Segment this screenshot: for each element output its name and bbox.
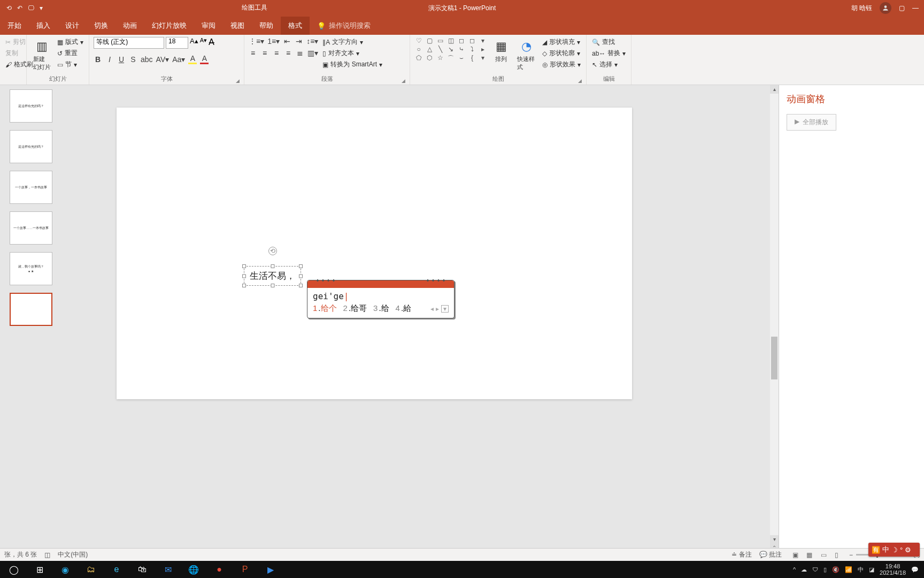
tab-review[interactable]: 审阅 <box>194 17 223 35</box>
tab-home[interactable]: 开始 <box>0 17 29 35</box>
rotation-handle-icon[interactable]: ⟲ <box>268 247 277 255</box>
underline-button[interactable]: U <box>117 55 126 64</box>
ime-candidates[interactable]: 1.给个 2.给哥 3.给 4.給 ◂ ▸ ▾ <box>307 302 454 318</box>
scroll-down-icon[interactable]: ▾ <box>770 535 779 544</box>
tab-insert[interactable]: 插入 <box>29 17 58 35</box>
columns-button[interactable]: ▥▾ <box>307 49 318 57</box>
minimize-icon[interactable]: — <box>912 4 919 12</box>
tab-design[interactable]: 设计 <box>58 17 87 35</box>
scrollbar-thumb[interactable] <box>771 337 777 379</box>
comments-button[interactable]: 💬 批注 <box>759 550 782 559</box>
italic-button[interactable]: I <box>105 55 114 64</box>
find-button[interactable]: 🔍查找 <box>591 37 627 47</box>
notes-button[interactable]: ≐ 备注 <box>732 550 751 559</box>
increase-font-icon[interactable]: A▴ <box>190 37 198 49</box>
slideshow-view-icon[interactable]: ▯ <box>831 551 842 559</box>
quick-styles-button[interactable]: ◔ 快速样式 <box>515 37 538 72</box>
decrease-font-icon[interactable]: A▾ <box>200 37 207 49</box>
font-family-combo[interactable]: 等线 (正文) <box>94 37 164 49</box>
normal-view-icon[interactable]: ▣ <box>789 551 802 559</box>
browser-icon[interactable]: 🌐 <box>182 561 205 578</box>
tab-transition[interactable]: 切换 <box>87 17 116 35</box>
autosave-icon[interactable]: ⟲ <box>6 4 12 12</box>
ie-icon[interactable]: e <box>105 561 128 578</box>
start-button[interactable]: ◯ <box>2 561 26 578</box>
shapes-gallery[interactable]: ♡▢▭◫◻◻▾ ○△╲↘⤷⤵▸ ⬠⬡☆⌒⌣{▾ <box>414 37 487 63</box>
scroll-up-icon[interactable]: ▴ <box>770 85 779 94</box>
arrange-button[interactable]: ▦ 排列 <box>490 37 512 64</box>
store-icon[interactable]: 🛍 <box>130 561 154 578</box>
slide-canvas[interactable]: ▴ ▾ ⌃ ⌄ ⟲ 生活不易， <box>52 85 779 561</box>
section-button[interactable]: ▭节▾ <box>56 59 84 70</box>
ime-candidate-1[interactable]: 1.给个 <box>313 303 337 314</box>
strike-button[interactable]: S <box>129 55 137 64</box>
action-center-icon[interactable]: 💬 <box>911 566 919 573</box>
ime-next-icon[interactable]: ▸ <box>436 305 439 313</box>
tab-animation[interactable]: 动画 <box>116 17 144 35</box>
text-direction-button[interactable]: ‖A文字方向▾ <box>321 37 383 47</box>
tray-app-icon[interactable]: ◪ <box>869 566 874 573</box>
thumbnail-5[interactable]: 就，我个故事吗？● ★ <box>10 252 52 285</box>
numbering-button[interactable]: 1≡▾ <box>267 37 280 45</box>
media-icon[interactable]: ▶ <box>259 561 282 578</box>
new-slide-button[interactable]: ▥ 新建 幻灯片 <box>31 37 53 72</box>
change-case-button[interactable]: Aa▾ <box>172 55 185 64</box>
powerpoint-icon[interactable]: P <box>233 561 257 578</box>
ime-settings-icon[interactable]: ⚙ <box>905 546 911 554</box>
bullets-button[interactable]: ⋮≡▾ <box>249 37 264 45</box>
highlight-button[interactable]: A <box>188 54 197 64</box>
smartart-button[interactable]: ▣转换为 SmartArt▾ <box>321 59 383 70</box>
accessibility-icon[interactable]: ◫ <box>44 551 50 559</box>
taskbar-clock[interactable]: 19:48 2021/4/18 <box>880 563 906 576</box>
reset-button[interactable]: ↺重置 <box>56 48 84 58</box>
vertical-scrollbar[interactable]: ▴ ▾ ⌃ ⌄ <box>770 85 779 561</box>
dialog-launcher-icon[interactable]: ◢ <box>402 78 405 83</box>
undo-icon[interactable]: ↶ <box>17 4 22 12</box>
line-spacing-button[interactable]: ↕≡▾ <box>306 37 318 45</box>
thumbnail-6[interactable] <box>10 293 52 326</box>
redo-icon[interactable]: 🖵 <box>28 4 34 12</box>
bold-button[interactable]: B <box>94 55 102 64</box>
resize-handle[interactable] <box>271 284 274 287</box>
align-left-button[interactable]: ≡ <box>249 49 257 57</box>
replace-button[interactable]: ab↔替换▾ <box>591 48 627 58</box>
thumbnail-4[interactable]: 一个故事……一本书故事 <box>10 211 52 245</box>
language-indicator[interactable]: 中文(中国) <box>58 550 88 559</box>
shape-fill-button[interactable]: ◢形状填充▾ <box>541 37 582 47</box>
indent-button[interactable]: ⇥ <box>295 37 303 45</box>
play-all-button[interactable]: ▶ 全部播放 <box>787 114 836 131</box>
textbox-content[interactable]: 生活不易， <box>250 271 295 281</box>
edge-icon[interactable]: ◉ <box>53 561 77 578</box>
char-spacing-button[interactable]: AV▾ <box>156 55 170 64</box>
align-right-button[interactable]: ≡ <box>272 49 281 57</box>
tell-me-search[interactable]: 💡 操作说明搜索 <box>310 17 378 35</box>
record-icon[interactable]: ● <box>207 561 231 578</box>
dialog-launcher-icon[interactable]: ◢ <box>236 78 240 83</box>
ime-dropdown-icon[interactable]: ▾ <box>441 305 449 313</box>
ime-candidate-3[interactable]: 3.给 <box>373 303 389 314</box>
slide-thumbnails[interactable]: 是这样有光的吗？ 是这样有光的吗？ 一个故事，一本书故事 一个故事……一本书故事… <box>0 85 52 561</box>
reading-view-icon[interactable]: ▭ <box>818 551 830 559</box>
justify-button[interactable]: ≡ <box>284 49 292 57</box>
align-text-button[interactable]: ▯对齐文本▾ <box>321 48 383 58</box>
tray-cloud-icon[interactable]: ☁ <box>801 566 807 573</box>
tab-help[interactable]: 帮助 <box>252 17 281 35</box>
ime-prev-icon[interactable]: ◂ <box>430 305 434 313</box>
thumbnail-1[interactable]: 是这样有光的吗？ <box>10 89 52 123</box>
tab-view[interactable]: 视图 <box>223 17 252 35</box>
qat-more-icon[interactable]: ▾ <box>40 4 43 12</box>
ime-candidate-4[interactable]: 4.給 <box>396 303 412 314</box>
ribbon-display-icon[interactable]: ▢ <box>899 4 905 12</box>
dialog-launcher-icon[interactable]: ◢ <box>578 78 582 83</box>
explorer-icon[interactable]: 🗂 <box>79 561 103 578</box>
thumbnail-2[interactable]: 是这样有光的吗？ <box>10 130 52 163</box>
thumbnail-3[interactable]: 一个故事，一本书故事 <box>10 171 52 204</box>
font-size-combo[interactable]: 18 <box>166 37 188 49</box>
tray-security-icon[interactable]: 🛡 <box>812 566 818 573</box>
tray-expand-icon[interactable]: ^ <box>793 566 796 573</box>
resize-handle[interactable] <box>299 264 303 268</box>
tab-slideshow[interactable]: 幻灯片放映 <box>144 17 194 35</box>
clear-format-icon[interactable]: A̶ <box>209 37 214 49</box>
outdent-button[interactable]: ⇤ <box>283 37 291 45</box>
font-color-button[interactable]: A <box>200 54 209 64</box>
